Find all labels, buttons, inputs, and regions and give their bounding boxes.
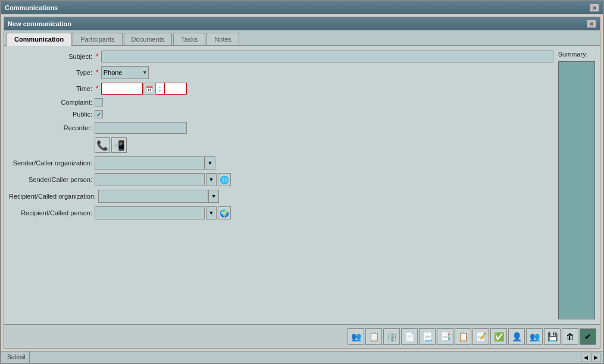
type-select-wrapper: Phone Email Letter Fax Meeting ▼: [101, 66, 149, 79]
recipient-person-globe-btn[interactable]: 🌍: [218, 206, 231, 219]
toolbar-btn-task[interactable]: 📋: [455, 328, 471, 345]
public-checkbox[interactable]: [95, 110, 103, 118]
sender-person-arrow[interactable]: ▼: [206, 173, 217, 186]
recorder-input[interactable]: [95, 122, 187, 134]
sender-person-select[interactable]: [95, 173, 205, 186]
toolbar-btn-docview[interactable]: 📑: [437, 328, 453, 345]
toolbar-btn-tasklist[interactable]: 📝: [472, 328, 489, 345]
outer-window: Communications ✕ New communication ✕ Com…: [0, 0, 604, 364]
toolbar-btn-newdoc[interactable]: 📄: [401, 328, 418, 345]
type-select[interactable]: Phone Email Letter Fax Meeting: [101, 66, 149, 79]
recipient-org-arrow[interactable]: ▼: [208, 190, 219, 203]
time-minute-input[interactable]: [164, 83, 187, 95]
phone-out-btn[interactable]: 📞: [95, 137, 110, 153]
nav-prev-btn[interactable]: ◀: [581, 353, 590, 362]
inner-close-button[interactable]: ✕: [587, 20, 596, 28]
tab-participants[interactable]: Participants: [73, 33, 122, 45]
sender-org-label: Sender/Caller organization:: [9, 159, 92, 167]
tab-bar: Communication Participants Documents Tas…: [4, 30, 600, 46]
subject-input[interactable]: [101, 51, 553, 62]
time-input-group: 📅 :: [101, 83, 187, 95]
sender-org-select[interactable]: [95, 156, 205, 170]
recipient-org-select[interactable]: [98, 190, 208, 203]
sender-person-globe-btn[interactable]: 🌐: [218, 173, 231, 186]
sender-person-label: Sender/Caller person:: [9, 176, 92, 183]
sender-org-row: Sender/Caller organization: ▼: [9, 156, 553, 170]
recipient-org-row: Recipient/Called organization: ▼: [9, 190, 553, 203]
outer-close-button[interactable]: ✕: [590, 4, 599, 12]
toolbar-btn-person[interactable]: 👤: [508, 328, 525, 345]
recipient-person-label: Recipient/Called person:: [9, 209, 92, 216]
subject-required: *: [96, 52, 99, 61]
complaint-checkbox[interactable]: [95, 98, 103, 106]
status-bar: Submit ◀ ▶: [1, 351, 603, 363]
toolbar-btn-contact[interactable]: 📋: [365, 328, 382, 345]
toolbar-btn-org[interactable]: 🏢: [383, 328, 400, 345]
outer-title-bar: Communications ✕: [1, 1, 603, 14]
inner-title-text: New communication: [8, 20, 71, 27]
time-row: Time: * 📅 :: [9, 83, 553, 95]
time-required: *: [96, 84, 99, 93]
public-label: Public:: [9, 111, 92, 118]
sender-person-row: Sender/Caller person: ▼ 🌐: [9, 173, 553, 186]
recipient-person-arrow[interactable]: ▼: [206, 206, 217, 219]
icon-btn-row: 📞 📲: [95, 137, 553, 153]
time-colon: :: [156, 83, 164, 95]
inner-title-bar: New communication ✕: [4, 17, 600, 30]
time-label: Time:: [9, 85, 92, 92]
recipient-org-label: Recipient/Called organization:: [9, 193, 96, 200]
phone-in-btn[interactable]: 📲: [111, 137, 127, 153]
time-calendar-btn[interactable]: 📅: [143, 83, 156, 95]
toolbar-btn-person2[interactable]: 👥: [526, 328, 543, 345]
type-row: Type: * Phone Email Letter Fax Meeting ▼: [9, 66, 553, 79]
toolbar-btn-confirm[interactable]: ✔: [580, 328, 596, 345]
subject-label: Subject:: [9, 53, 92, 60]
form-left: Subject: * Type: * Phone Email Letter Fa…: [9, 51, 553, 319]
tab-notes[interactable]: Notes: [206, 33, 239, 45]
subject-row: Subject: *: [9, 51, 553, 62]
tab-documents[interactable]: Documents: [124, 33, 173, 45]
inner-window: New communication ✕ Communication Partic…: [4, 17, 600, 349]
outer-title-text: Communications: [5, 4, 58, 11]
tab-tasks[interactable]: Tasks: [173, 33, 205, 45]
toolbar-btn-save[interactable]: 💾: [544, 328, 561, 345]
toolbar-btn-checklist[interactable]: ✅: [490, 328, 507, 345]
nav-arrows: ◀ ▶: [581, 353, 600, 362]
time-input[interactable]: [101, 83, 143, 95]
summary-textarea[interactable]: [558, 61, 595, 319]
toolbar-btn-participants[interactable]: 👥: [348, 328, 364, 345]
recipient-person-row: Recipient/Called person: ▼ 🌍: [9, 206, 553, 219]
summary-label: Summary:: [558, 51, 595, 58]
recorder-label: Recorder:: [9, 124, 92, 131]
public-row: Public:: [9, 110, 553, 118]
status-item-submit: Submit: [4, 352, 30, 363]
form-right: Summary:: [558, 51, 595, 319]
recorder-row: Recorder:: [9, 122, 553, 134]
type-required: *: [96, 68, 99, 77]
complaint-label: Complaint:: [9, 99, 92, 106]
sender-org-arrow[interactable]: ▼: [205, 156, 215, 170]
form-area: Subject: * Type: * Phone Email Letter Fa…: [4, 46, 600, 324]
tab-communication[interactable]: Communication: [7, 33, 71, 46]
recipient-person-select[interactable]: [95, 206, 205, 219]
nav-next-btn[interactable]: ▶: [591, 353, 600, 362]
complaint-row: Complaint:: [9, 98, 553, 106]
toolbar-btn-list[interactable]: 📃: [419, 328, 436, 345]
toolbar-btn-delete[interactable]: 🗑: [562, 328, 578, 345]
bottom-toolbar: 👥 📋 🏢 📄 📃 📑 📋 📝 ✅ 👤 👥 💾 🗑 ✔: [4, 324, 600, 348]
type-label: Type:: [9, 69, 92, 76]
